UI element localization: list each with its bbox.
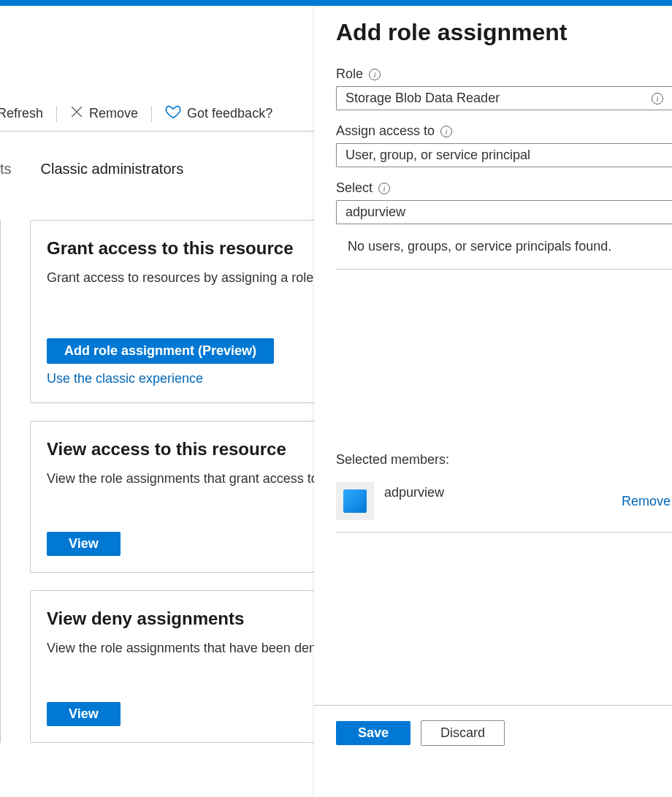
tab-classic-administrators[interactable]: Classic administrators	[41, 156, 184, 182]
remove-button[interactable]: Remove	[70, 105, 138, 122]
avatar	[336, 482, 374, 520]
view-deny-button[interactable]: View	[47, 702, 121, 726]
select-input[interactable]	[345, 205, 663, 220]
panel-title: Add role assignment	[336, 19, 672, 46]
close-icon	[70, 105, 83, 122]
role-label: Role i	[336, 66, 672, 82]
assign-dropdown[interactable]: User, group, or service principal	[336, 143, 672, 167]
role-field-block: Role i Storage Blob Data Reader i	[336, 66, 672, 110]
heart-icon	[165, 104, 181, 123]
tab-truncated[interactable]: ts	[0, 161, 12, 178]
assign-label: Assign access to i	[336, 123, 672, 139]
info-icon[interactable]: i	[369, 69, 381, 80]
selected-member-row: adpurview Remove	[336, 482, 672, 520]
add-role-assignment-panel: Add role assignment Role i Storage Blob …	[314, 6, 672, 797]
toolbar-separator	[56, 106, 57, 122]
role-dropdown[interactable]: Storage Blob Data Reader i	[336, 86, 672, 110]
member-name: adpurview	[384, 485, 444, 500]
add-role-assignment-button[interactable]: Add role assignment (Preview)	[47, 338, 274, 364]
remove-label: Remove	[89, 106, 138, 121]
discard-button[interactable]: Discard	[421, 720, 505, 746]
select-input-wrapper	[336, 200, 672, 224]
info-icon[interactable]: i	[440, 126, 452, 137]
app-icon	[343, 489, 367, 513]
refresh-button[interactable]: Refresh	[0, 106, 43, 121]
role-label-text: Role	[336, 66, 363, 82]
refresh-label: Refresh	[0, 106, 43, 121]
view-access-button[interactable]: View	[47, 532, 121, 556]
classic-experience-link[interactable]: Use the classic experience	[47, 371, 203, 386]
feedback-label: Got feedback?	[187, 106, 272, 121]
selected-members-heading: Selected members:	[336, 452, 672, 468]
divider	[336, 269, 672, 270]
panel-footer: Save Discard	[314, 705, 672, 797]
toolbar-separator	[151, 106, 152, 122]
remove-member-link[interactable]: Remove	[622, 494, 671, 509]
role-value: Storage Blob Data Reader	[345, 91, 500, 106]
no-results-message: No users, groups, or service principals …	[348, 239, 672, 254]
divider	[336, 532, 672, 533]
assign-field-block: Assign access to i User, group, or servi…	[336, 123, 672, 167]
select-label-text: Select	[336, 180, 373, 196]
info-icon[interactable]: i	[378, 183, 390, 194]
feedback-button[interactable]: Got feedback?	[165, 104, 272, 123]
panel-content: Role i Storage Blob Data Reader i Assign…	[314, 46, 672, 705]
top-bar	[0, 0, 672, 6]
member-info: adpurview	[336, 482, 444, 520]
save-button[interactable]: Save	[336, 721, 411, 745]
select-field-block: Select i	[336, 180, 672, 224]
select-label: Select i	[336, 180, 672, 196]
info-icon[interactable]: i	[652, 93, 663, 104]
assign-value: User, group, or service principal	[345, 148, 530, 163]
assign-label-text: Assign access to	[336, 123, 435, 139]
